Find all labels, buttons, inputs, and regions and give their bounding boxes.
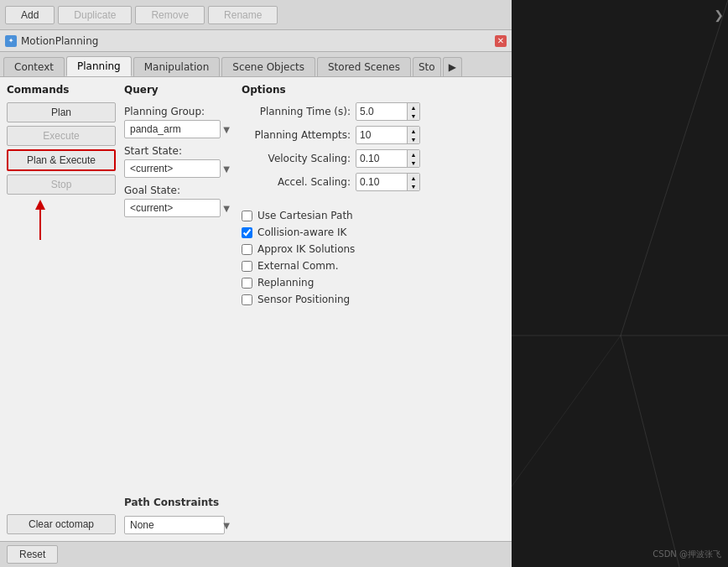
accel-scaling-input-wrapper: ▲ ▼ xyxy=(356,173,420,191)
velocity-scaling-up-button[interactable]: ▲ xyxy=(408,150,419,159)
approx-ik-checkbox-row: Approx IK Solutions xyxy=(242,243,505,255)
arrow-area xyxy=(7,198,116,511)
svg-line-2 xyxy=(621,0,728,336)
window-icon: ✦ xyxy=(5,35,17,47)
planning-time-input[interactable] xyxy=(356,104,407,119)
remove-button[interactable]: Remove xyxy=(135,6,205,24)
planning-group-label: Planning Group: xyxy=(124,106,233,117)
options-column: Options Planning Time (s): ▲ ▼ Planning … xyxy=(242,84,505,534)
start-state-label: Start State: xyxy=(124,145,233,157)
goal-state-arrow-icon: ▼ xyxy=(223,204,230,213)
planning-time-up-button[interactable]: ▲ xyxy=(408,103,419,112)
velocity-scaling-spinbox: ▲ ▼ xyxy=(407,150,419,167)
external-comm-checkbox[interactable] xyxy=(242,261,252,272)
tab-stored-scenes[interactable]: Stored Scenes xyxy=(317,57,411,76)
stop-button[interactable]: Stop xyxy=(7,174,116,195)
planning-attempts-input-wrapper: ▲ ▼ xyxy=(356,126,420,144)
tab-overflow-button[interactable]: ▶ xyxy=(443,57,462,76)
plan-button[interactable]: Plan xyxy=(7,102,116,122)
duplicate-button[interactable]: Duplicate xyxy=(58,6,132,24)
path-constraints-select[interactable]: None xyxy=(124,516,225,534)
arrow-annotation xyxy=(23,198,74,248)
planning-attempts-up-button[interactable]: ▲ xyxy=(408,127,419,135)
planning-time-spinbox: ▲ ▼ xyxy=(407,103,419,120)
accel-scaling-input[interactable] xyxy=(356,174,407,190)
goal-state-label: Goal State: xyxy=(124,185,233,196)
replanning-checkbox[interactable] xyxy=(242,278,252,289)
tab-planning[interactable]: Planning xyxy=(66,56,132,76)
viewport-panel: ❯ CSDN @押波张飞 xyxy=(512,0,728,567)
velocity-scaling-input-wrapper: ▲ ▼ xyxy=(356,149,420,168)
planning-attempts-input[interactable] xyxy=(356,127,407,143)
svg-line-4 xyxy=(621,336,679,567)
accel-scaling-up-button[interactable]: ▲ xyxy=(408,174,419,182)
query-header: Query xyxy=(124,84,233,96)
planning-group-select[interactable]: panda_arm xyxy=(124,120,221,138)
bottom-bar: Reset xyxy=(0,541,512,567)
window-titlebar: ✦ MotionPlanning ✕ xyxy=(0,30,512,52)
watermark: CSDN @押波张飞 xyxy=(653,549,721,560)
plan-execute-button[interactable]: Plan & Execute xyxy=(7,149,116,171)
reset-button[interactable]: Reset xyxy=(7,545,58,564)
accel-scaling-row: Accel. Scaling: ▲ ▼ xyxy=(242,173,505,191)
approx-ik-checkbox[interactable] xyxy=(242,244,252,255)
planning-time-input-wrapper: ▲ ▼ xyxy=(356,102,420,121)
velocity-scaling-row: Velocity Scaling: ▲ ▼ xyxy=(242,149,505,168)
start-state-dropdown-wrapper: <current> ▼ xyxy=(124,159,233,178)
sensor-positioning-checkbox[interactable] xyxy=(242,294,252,305)
rename-button[interactable]: Rename xyxy=(208,6,278,24)
planning-group-arrow-icon: ▼ xyxy=(223,125,230,134)
accel-scaling-down-button[interactable]: ▼ xyxy=(408,182,419,190)
tab-manipulation[interactable]: Manipulation xyxy=(133,57,221,76)
commands-column: Commands Plan Execute Plan & Execute Sto… xyxy=(7,84,116,534)
execute-button[interactable]: Execute xyxy=(7,126,116,146)
velocity-scaling-input[interactable] xyxy=(356,151,407,166)
options-spacer xyxy=(242,309,505,534)
collision-ik-label: Collision-aware IK xyxy=(257,226,346,238)
external-comm-label: External Comm. xyxy=(257,260,339,272)
planning-attempts-down-button[interactable]: ▼ xyxy=(408,135,419,143)
add-button[interactable]: Add xyxy=(5,6,55,24)
accel-scaling-spinbox: ▲ ▼ xyxy=(407,174,419,190)
start-state-arrow-icon: ▼ xyxy=(223,164,230,174)
replanning-label: Replanning xyxy=(257,277,314,289)
path-constraints-dropdown-wrapper: None ▼ xyxy=(124,516,233,534)
clear-octomap-button[interactable]: Clear octomap xyxy=(7,514,116,534)
planning-time-row: Planning Time (s): ▲ ▼ xyxy=(242,102,505,121)
options-header: Options xyxy=(242,84,505,96)
tab-context[interactable]: Context xyxy=(3,57,65,76)
tab-bar: Context Planning Manipulation Scene Obje… xyxy=(0,52,512,77)
goal-state-dropdown-wrapper: <current> ▼ xyxy=(124,199,233,217)
close-icon: ✕ xyxy=(497,36,504,45)
replanning-checkbox-row: Replanning xyxy=(242,277,505,289)
collision-ik-checkbox[interactable] xyxy=(242,227,252,238)
checkboxes-area: Use Cartesian Path Collision-aware IK Ap… xyxy=(242,210,505,305)
external-comm-checkbox-row: External Comm. xyxy=(242,260,505,272)
toolbar: Add Duplicate Remove Rename xyxy=(0,0,512,30)
accel-scaling-label: Accel. Scaling: xyxy=(242,176,351,188)
cartesian-label: Use Cartesian Path xyxy=(257,210,353,221)
start-state-select[interactable]: <current> xyxy=(124,159,221,178)
goal-state-select[interactable]: <current> xyxy=(124,199,221,217)
planning-group-dropdown-wrapper: panda_arm ▼ xyxy=(124,120,233,138)
cartesian-checkbox-row: Use Cartesian Path xyxy=(242,210,505,221)
window-title: MotionPlanning xyxy=(21,35,491,47)
svg-line-5 xyxy=(512,336,621,486)
commands-header: Commands xyxy=(7,84,116,96)
velocity-scaling-down-button[interactable]: ▼ xyxy=(408,159,419,167)
start-state-field: Start State: <current> ▼ xyxy=(124,145,233,178)
sensor-positioning-label: Sensor Positioning xyxy=(257,294,350,305)
planning-time-down-button[interactable]: ▼ xyxy=(408,112,419,120)
query-spacer xyxy=(124,224,233,490)
tab-scene-objects[interactable]: Scene Objects xyxy=(221,57,315,76)
path-constraints-label: Path Constraints xyxy=(124,497,233,508)
window-close-button[interactable]: ✕ xyxy=(495,35,507,47)
cartesian-checkbox[interactable] xyxy=(242,211,252,221)
planning-group-field: Planning Group: panda_arm ▼ xyxy=(124,106,233,138)
tab-more[interactable]: Sto xyxy=(413,57,441,76)
planning-time-label: Planning Time (s): xyxy=(242,106,351,117)
planning-attempts-spinbox: ▲ ▼ xyxy=(407,127,419,143)
approx-ik-label: Approx IK Solutions xyxy=(257,243,355,255)
collision-ik-checkbox-row: Collision-aware IK xyxy=(242,226,505,238)
sensor-pos-checkbox-row: Sensor Positioning xyxy=(242,294,505,305)
